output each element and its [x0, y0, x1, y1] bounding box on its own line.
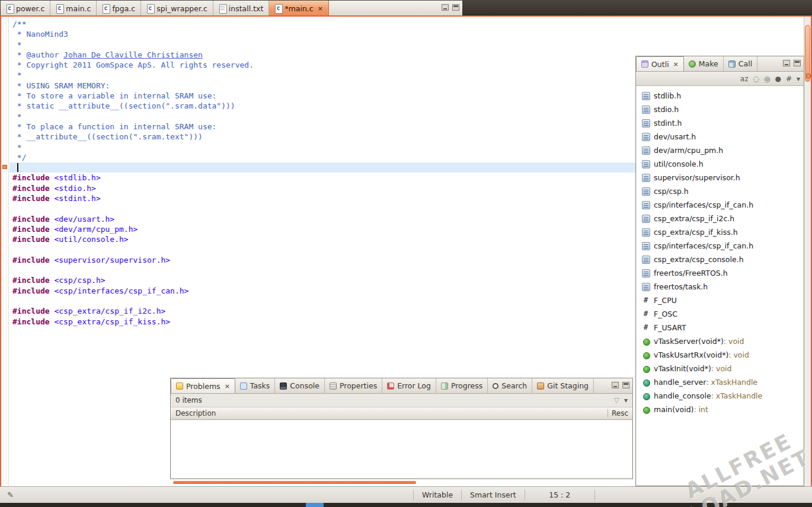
editor-tab-main-c[interactable]: *main.c× — [269, 1, 329, 16]
minimize-view-button[interactable] — [442, 4, 449, 11]
hide-fields-icon[interactable]: ◌ — [753, 75, 759, 82]
status-cursor-position: 15 : 2 — [525, 487, 594, 503]
view-menu-icon[interactable]: ▾ — [624, 397, 628, 404]
editor-tab-install-txt[interactable]: install.txt — [213, 1, 270, 16]
tab-problems[interactable]: Problems× — [171, 378, 235, 393]
editor-tab-main-c[interactable]: main.c — [50, 1, 97, 16]
outline-item[interactable]: vTaskInit(void*) : void — [637, 362, 803, 375]
tab-search[interactable]: Search — [488, 378, 532, 393]
include-icon — [642, 119, 650, 127]
outline-item[interactable]: csp/csp.h — [637, 184, 803, 198]
tab-outli[interactable]: Outli× — [636, 56, 684, 71]
outline-item[interactable]: main(void) : int — [637, 403, 803, 416]
code-token: #include — [12, 276, 50, 285]
minimize-view-button[interactable] — [783, 60, 790, 66]
tab-call[interactable]: Call — [724, 56, 757, 71]
maximize-view-button[interactable] — [794, 60, 801, 66]
outline-item[interactable]: handle_server : xTaskHandle — [637, 375, 803, 389]
editor-tab-power-c[interactable]: power.c — [1, 1, 50, 16]
close-tab-icon[interactable]: × — [318, 5, 323, 12]
outline-item-label: handle_console — [654, 391, 711, 400]
code-token: * USING SRAM MEMORY: — [12, 81, 110, 90]
tab-properties[interactable]: Properties — [325, 378, 382, 393]
errorlog-icon — [387, 382, 394, 390]
include-icon — [642, 269, 650, 278]
outline-item[interactable]: supervisor/supervisor.h — [637, 171, 803, 184]
outline-item-type: : void — [711, 364, 732, 373]
outline-item-label: freertos/task.h — [654, 282, 708, 291]
code-token: #include — [12, 225, 50, 234]
outline-item[interactable]: stdio.h — [637, 103, 803, 116]
code-token: #include — [12, 184, 50, 193]
tab-tasks[interactable]: Tasks — [235, 378, 276, 393]
filters-icon[interactable]: ▽ — [614, 397, 619, 404]
c-file-icon — [146, 4, 154, 13]
call-icon — [728, 60, 736, 68]
tab-make[interactable]: Make — [684, 56, 724, 71]
outline-item[interactable]: dev/usart.h — [637, 130, 803, 144]
tab-error-log[interactable]: Error Log — [382, 378, 436, 393]
outline-item[interactable]: freertos/FreeRTOS.h — [637, 266, 803, 280]
editor-tab-fpga-c[interactable]: fpga.c — [97, 1, 141, 16]
close-tab-icon[interactable]: × — [225, 382, 230, 390]
code-line[interactable]: * — [9, 40, 804, 50]
outline-item[interactable]: freertos/task.h — [637, 280, 803, 294]
column-resource[interactable]: Resc — [608, 409, 632, 417]
outline-item[interactable]: F_OSC — [637, 307, 803, 321]
outline-item[interactable]: csp_extra/csp_console.h — [637, 253, 803, 266]
code-line[interactable]: * NanoMind3 — [9, 29, 804, 39]
outline-item[interactable]: dev/arm/cpu_pm.h — [637, 144, 803, 157]
code-token: #include — [12, 307, 50, 315]
outline-item[interactable]: F_USART — [637, 321, 803, 334]
code-line[interactable]: /** — [9, 19, 804, 29]
view-menu-icon[interactable]: ▾ — [797, 75, 800, 82]
editor-tab-label: power.c — [16, 4, 44, 13]
code-token: * To place a function in internal SRAM u… — [12, 122, 216, 131]
outline-item-label: vTaskInit(void*) — [654, 364, 711, 373]
tab-git-staging[interactable]: Git Staging — [532, 378, 594, 393]
outline-item[interactable]: vTaskUsartRx(void*) : void — [637, 348, 803, 362]
outline-list[interactable]: stdlib.hstdio.hstdint.hdev/usart.hdev/ar… — [637, 86, 803, 485]
tab-console[interactable]: Console — [275, 378, 325, 393]
outline-item-type: : void — [728, 350, 749, 359]
maximize-view-button[interactable] — [452, 4, 459, 11]
editor-tab-spi-wrapper-c[interactable]: spi_wrapper.c — [141, 1, 213, 16]
edit-mode-icon: ✎ — [7, 490, 14, 499]
outline-item[interactable]: vTaskServer(void*) : void — [637, 334, 803, 348]
outline-item[interactable]: util/console.h — [637, 157, 803, 171]
fast-view-icon[interactable] — [806, 74, 811, 78]
tab-progress[interactable]: Progress — [436, 378, 488, 393]
hide-non-public-icon[interactable]: ● — [775, 75, 781, 82]
close-tab-icon[interactable]: × — [673, 60, 679, 68]
outline-item[interactable]: stdint.h — [637, 116, 803, 130]
function-icon — [642, 365, 650, 373]
problems-table-body — [171, 420, 632, 478]
problems-horizontal-scrollbar[interactable] — [173, 481, 416, 484]
column-description[interactable]: Description — [171, 409, 608, 417]
minimize-view-button[interactable] — [612, 382, 619, 388]
outline-item[interactable]: csp_extra/csp_if_i2c.h — [637, 212, 803, 225]
hide-static-icon[interactable]: ◎ — [764, 75, 770, 82]
code-token: * NanoMind3 — [12, 30, 68, 39]
annotation-ruler — [1, 17, 9, 506]
maximize-view-button[interactable] — [622, 382, 629, 388]
tab-label: Search — [501, 381, 527, 390]
outline-item-label: handle_server — [654, 378, 706, 387]
outline-item[interactable]: csp/interfaces/csp_if_can.h — [637, 198, 803, 212]
code-token: <csp/interfaces/csp_if_can.h> — [54, 286, 188, 295]
outline-item[interactable]: F_CPU — [637, 294, 803, 307]
outline-item[interactable]: handle_console : xTaskHandle — [637, 389, 803, 403]
hide-macros-icon[interactable]: # — [786, 75, 792, 82]
sort-icon[interactable]: az — [740, 75, 749, 82]
outline-item-label: csp/csp.h — [654, 187, 689, 196]
lines-file-icon — [219, 4, 226, 13]
tab-label: Outli — [651, 60, 669, 69]
desktop-strip — [0, 503, 812, 507]
outline-item[interactable]: csp_extra/csp_if_kiss.h — [637, 225, 803, 239]
searchtab-icon — [493, 383, 498, 389]
editor-vertical-scrollbar[interactable] — [804, 17, 811, 506]
outline-item[interactable]: stdlib.h — [637, 89, 803, 103]
outline-item[interactable]: csp/interfaces/csp_if_can.h — [637, 239, 803, 253]
c-file-icon — [56, 4, 63, 13]
outline-item-label: csp_extra/csp_if_kiss.h — [654, 228, 738, 237]
